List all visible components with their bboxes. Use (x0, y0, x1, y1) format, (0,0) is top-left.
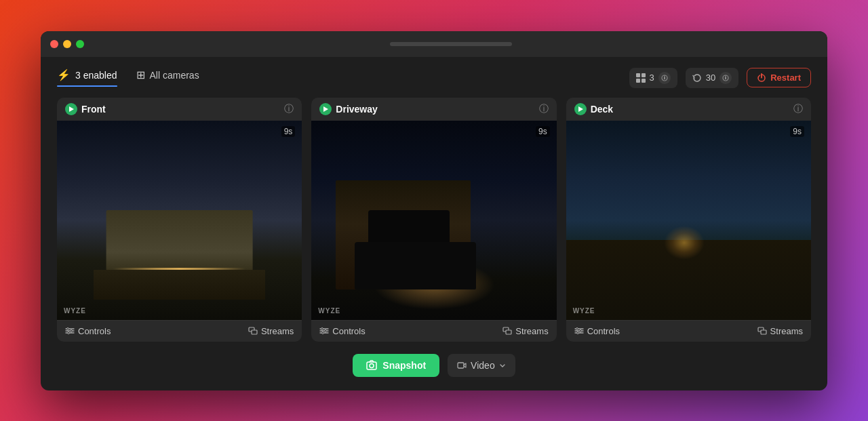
svg-point-17 (321, 328, 323, 330)
maximize-button[interactable] (76, 40, 84, 48)
svg-rect-30 (367, 362, 376, 369)
svg-point-18 (325, 330, 327, 332)
grid-control[interactable]: 3 (629, 68, 677, 88)
svg-rect-32 (458, 363, 464, 368)
wyze-logo-deck: WYZE (573, 307, 595, 315)
controls-btn-front[interactable]: Controls (65, 326, 111, 336)
enabled-icon: ⚡ (57, 68, 71, 81)
wyze-logo-front: WYZE (64, 307, 86, 315)
camera-footer-driveway: Controls Streams (311, 320, 556, 342)
titlebar-center (84, 42, 818, 46)
car-body (355, 242, 476, 290)
close-button[interactable] (50, 40, 58, 48)
controls-btn-deck[interactable]: Controls (574, 326, 620, 336)
info-icon-driveway[interactable]: ⓘ (539, 103, 549, 115)
bottom-bar: Snapshot Video (57, 351, 811, 377)
titlebar-drag (390, 42, 512, 46)
svg-rect-13 (252, 330, 257, 334)
feed-bg-deck (566, 121, 811, 320)
car-silhouette (349, 210, 484, 290)
controls-right: 3 30 (629, 68, 812, 88)
info-icon-front[interactable]: ⓘ (284, 103, 294, 115)
deck-lamp (664, 226, 705, 260)
camera-feed-front: 9s WYZE (57, 121, 302, 320)
camera-card-deck: Deck ⓘ 9s WYZE (566, 98, 811, 342)
snapshot-button[interactable]: Snapshot (353, 354, 439, 377)
streams-icon-front (248, 326, 258, 336)
svg-rect-29 (761, 330, 766, 334)
grid-count: 3 (650, 73, 654, 83)
chevron-down-icon (499, 362, 506, 369)
svg-point-25 (576, 328, 578, 330)
app-window: ⚡ 3 enabled ⊞ All cameras (41, 31, 827, 390)
refresh-icon (692, 73, 702, 83)
svg-point-31 (370, 363, 374, 367)
refresh-control[interactable]: 30 (686, 68, 738, 88)
feed-bg-driveway (311, 121, 556, 320)
camera-header-driveway: Driveway ⓘ (311, 98, 556, 121)
top-bar: ⚡ 3 enabled ⊞ All cameras (57, 68, 811, 88)
camera-card-driveway: Driveway ⓘ 9s WYZE (311, 98, 556, 342)
camera-header-deck: Deck ⓘ (566, 98, 811, 121)
svg-rect-4 (725, 77, 726, 79)
svg-point-11 (68, 332, 70, 334)
camera-footer-deck: Controls Streams (566, 320, 811, 342)
camera-header-front: Front ⓘ (57, 98, 302, 121)
traffic-lights (50, 40, 84, 48)
svg-point-9 (67, 328, 69, 330)
camera-feed-deck: 9s WYZE (566, 121, 811, 320)
svg-rect-1 (664, 77, 665, 79)
streams-icon-deck (757, 326, 767, 336)
svg-point-5 (725, 75, 726, 77)
svg-point-27 (576, 332, 578, 334)
info-icon-deck[interactable]: ⓘ (793, 103, 803, 115)
refresh-interval: 30 (706, 73, 715, 83)
camera-card-front: Front ⓘ 9s WYZE (57, 98, 302, 342)
tabs: ⚡ 3 enabled ⊞ All cameras (57, 68, 199, 87)
play-icon-deck (574, 103, 587, 115)
titlebar (41, 31, 827, 57)
cameras-icon: ⊞ (136, 68, 145, 81)
minimize-button[interactable] (63, 40, 71, 48)
svg-point-2 (664, 75, 665, 77)
streams-btn-deck[interactable]: Streams (757, 326, 803, 336)
camera-name-driveway: Driveway (319, 103, 377, 115)
play-icon-front (65, 103, 77, 115)
controls-btn-driveway[interactable]: Controls (319, 326, 365, 336)
cameras-grid: Front ⓘ 9s WYZE (57, 98, 811, 342)
tab-all-cameras-label: All cameras (150, 70, 199, 81)
video-label: Video (471, 360, 495, 371)
controls-icon-front (65, 326, 75, 336)
camera-name-deck: Deck (574, 103, 613, 115)
snapshot-icon (366, 360, 377, 371)
camera-feed-driveway: 9s WYZE (311, 121, 556, 320)
svg-point-10 (71, 330, 73, 332)
streams-btn-driveway[interactable]: Streams (502, 326, 548, 336)
streams-btn-front[interactable]: Streams (248, 326, 294, 336)
time-badge-deck: 9s (790, 126, 804, 137)
snapshot-label: Snapshot (382, 360, 426, 371)
tab-enabled-label: 3 enabled (75, 70, 117, 81)
time-badge-driveway: 9s (536, 126, 550, 137)
svg-rect-21 (506, 330, 511, 334)
main-content: ⚡ 3 enabled ⊞ All cameras (41, 57, 827, 390)
streams-icon-driveway (502, 326, 512, 336)
video-button[interactable]: Video (448, 354, 515, 377)
wyze-logo-driveway: WYZE (318, 307, 340, 315)
svg-point-19 (322, 332, 324, 334)
camera-footer-front: Controls Streams (57, 320, 302, 342)
restart-label: Restart (770, 73, 801, 83)
grid-badge (658, 72, 671, 84)
controls-icon-deck (574, 326, 584, 336)
svg-point-26 (579, 330, 581, 332)
play-icon-driveway (319, 103, 332, 115)
camera-name-front: Front (65, 103, 106, 115)
power-icon (757, 73, 766, 83)
grid-icon (636, 73, 646, 83)
tab-enabled[interactable]: ⚡ 3 enabled (57, 68, 117, 87)
tab-all-cameras[interactable]: ⊞ All cameras (136, 68, 199, 87)
feed-bg-front (57, 121, 302, 320)
front-lights (69, 268, 290, 270)
restart-button[interactable]: Restart (747, 68, 811, 87)
time-badge-front: 9s (281, 126, 296, 137)
